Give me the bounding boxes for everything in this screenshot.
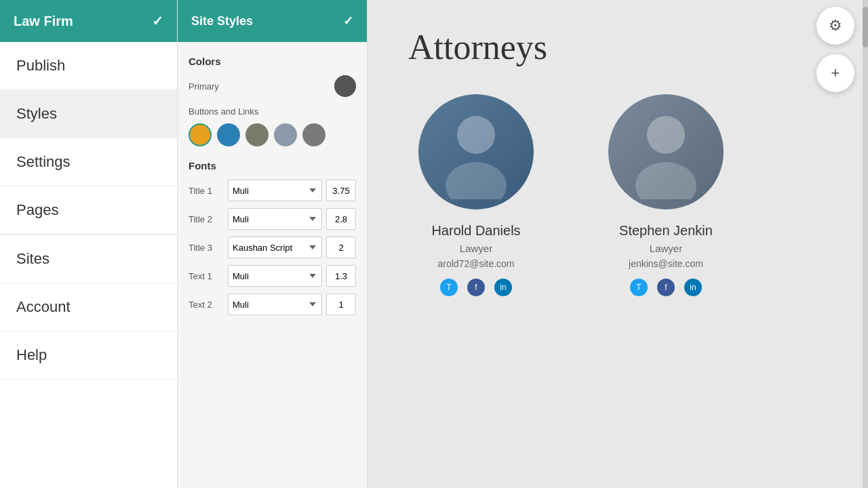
content-inner: Attorneys Harold DanielsLawyerarold72@si…: [368, 0, 868, 488]
font-label-text1: Text 1: [189, 271, 224, 281]
font-label-title3: Title 3: [189, 243, 224, 253]
font-size-title1[interactable]: [326, 180, 356, 201]
color-swatches: [189, 123, 356, 146]
attorney-name-harold: Harold Daniels: [431, 223, 520, 239]
styles-panel-body: Colors Primary Buttons and Links Fonts T…: [178, 42, 367, 488]
font-select-text2[interactable]: MuliKaushan ScriptOpen SansRobotoLato: [228, 293, 322, 315]
attorney-title-stephen: Lawyer: [650, 243, 682, 254]
font-select-title1[interactable]: MuliKaushan ScriptOpen SansRobotoLato: [228, 180, 322, 201]
plus-fab[interactable]: +: [816, 54, 854, 92]
font-select-title2[interactable]: MuliKaushan ScriptOpen SansRobotoLato: [228, 208, 322, 230]
sidebar-item-publish[interactable]: Publish: [0, 42, 177, 90]
social-icons-stephen: Tfin: [630, 279, 702, 296]
sidebar-item-styles[interactable]: Styles: [0, 90, 177, 138]
font-label-title1: Title 1: [189, 186, 224, 196]
site-title: Law Firm: [14, 14, 73, 29]
primary-color-swatch[interactable]: [334, 75, 356, 97]
buttons-links-label: Buttons and Links: [189, 106, 356, 117]
primary-label: Primary: [189, 81, 219, 92]
styles-check-icon: ✓: [343, 14, 353, 28]
color-swatch-gray3[interactable]: [302, 123, 326, 146]
font-size-title3[interactable]: [326, 237, 356, 258]
font-select-text1[interactable]: MuliKaushan ScriptOpen SansRobotoLato: [228, 265, 322, 287]
font-size-text1[interactable]: [326, 265, 356, 287]
font-label-text2: Text 2: [189, 300, 224, 310]
color-swatch-orange[interactable]: [189, 123, 212, 146]
color-swatch-gray1[interactable]: [245, 123, 269, 146]
sidebar-item-sites[interactable]: Sites: [0, 235, 177, 283]
font-size-title2[interactable]: [326, 208, 356, 230]
twitter-icon-stephen[interactable]: T: [630, 279, 648, 296]
attorney-card-stephen: Stephen JenkinLawyerjenkins@site.comTfin: [598, 94, 734, 296]
font-row-title1: Title 1MuliKaushan ScriptOpen SansRoboto…: [189, 180, 356, 201]
gear-fab[interactable]: ⚙: [816, 7, 854, 45]
color-swatch-gray2[interactable]: [274, 123, 297, 146]
font-row-text2: Text 2MuliKaushan ScriptOpen SansRobotoL…: [189, 293, 356, 315]
fonts-section: Fonts Title 1MuliKaushan ScriptOpen Sans…: [189, 160, 356, 315]
linkedin-icon-harold[interactable]: in: [494, 279, 512, 296]
fab-container: ⚙ +: [816, 0, 854, 92]
font-size-text2[interactable]: [326, 293, 356, 315]
fonts-section-label: Fonts: [189, 160, 356, 171]
colors-section-label: Colors: [189, 56, 356, 67]
sidebar: Law Firm ✓ PublishStylesSettingsPagesSit…: [0, 0, 178, 488]
svg-point-1: [446, 162, 507, 199]
facebook-icon-harold[interactable]: f: [467, 279, 485, 296]
attorney-name-stephen: Stephen Jenkin: [619, 223, 713, 239]
facebook-icon-stephen[interactable]: f: [657, 279, 675, 296]
attorney-photo-stephen: [608, 94, 724, 209]
main-content: Attorneys Harold DanielsLawyerarold72@si…: [368, 0, 868, 488]
attorney-email-harold: arold72@site.com: [437, 258, 514, 269]
page-title: Attorneys: [408, 27, 827, 67]
scrollbar-track[interactable]: [863, 0, 868, 488]
svg-point-0: [457, 116, 495, 154]
font-row-text1: Text 1MuliKaushan ScriptOpen SansRobotoL…: [189, 265, 356, 287]
sidebar-item-help[interactable]: Help: [0, 331, 177, 380]
attorney-title-harold: Lawyer: [460, 243, 492, 254]
styles-panel: Site Styles ✓ Colors Primary Buttons and…: [178, 0, 368, 488]
styles-panel-header: Site Styles ✓: [178, 0, 367, 42]
styles-panel-title: Site Styles: [191, 14, 253, 28]
primary-color-row: Primary: [189, 75, 356, 97]
sidebar-item-settings[interactable]: Settings: [0, 138, 177, 186]
font-select-title3[interactable]: MuliKaushan ScriptOpen SansRobotoLato: [228, 237, 322, 258]
attorney-photo-harold: [418, 94, 534, 209]
font-label-title2: Title 2: [189, 214, 224, 224]
social-icons-harold: Tfin: [440, 279, 512, 296]
font-row-title2: Title 2MuliKaushan ScriptOpen SansRoboto…: [189, 208, 356, 230]
attorneys-grid: Harold DanielsLawyerarold72@site.comTfin…: [408, 94, 827, 296]
svg-point-2: [647, 116, 685, 154]
twitter-icon-harold[interactable]: T: [440, 279, 458, 296]
sidebar-item-account[interactable]: Account: [0, 283, 177, 331]
font-row-title3: Title 3MuliKaushan ScriptOpen SansRoboto…: [189, 237, 356, 258]
sidebar-check-icon: ✓: [152, 13, 163, 29]
attorney-email-stephen: jenkins@site.com: [629, 258, 703, 269]
scrollbar-thumb: [863, 7, 868, 47]
sidebar-nav: PublishStylesSettingsPagesSitesAccountHe…: [0, 42, 177, 488]
attorney-card-harold: Harold DanielsLawyerarold72@site.comTfin: [408, 94, 544, 296]
linkedin-icon-stephen[interactable]: in: [684, 279, 702, 296]
color-swatch-teal[interactable]: [217, 123, 240, 146]
sidebar-header: Law Firm ✓: [0, 0, 177, 42]
svg-point-3: [635, 162, 696, 199]
sidebar-item-pages[interactable]: Pages: [0, 186, 177, 235]
